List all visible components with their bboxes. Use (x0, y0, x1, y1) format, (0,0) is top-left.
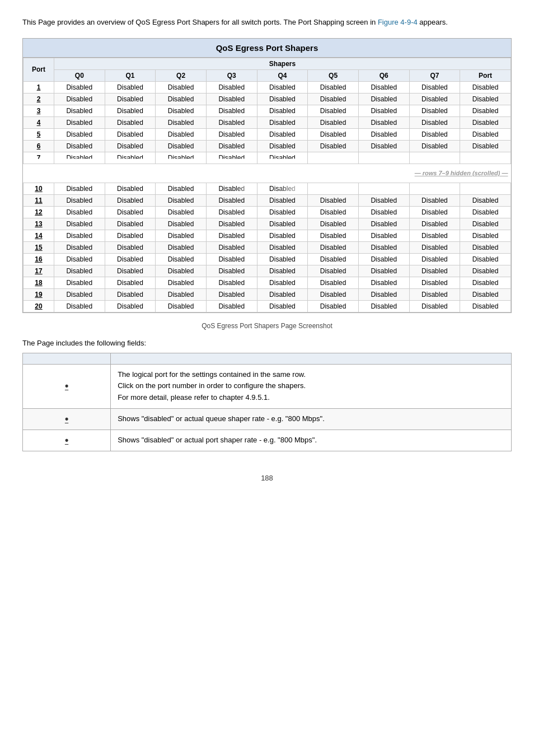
field-row: •Shows "disabled" or actual port shaper … (23, 430, 512, 451)
table-row: 15DisabledDisabledDisabledDisabledDisabl… (24, 241, 511, 253)
port-cell[interactable]: 19 (24, 288, 54, 300)
table-row: 2DisabledDisabledDisabledDisabledDisable… (24, 93, 511, 105)
shaper-cell: Disabled (105, 277, 156, 288)
port-cell[interactable]: 4 (24, 116, 54, 128)
shaper-cell: Disabled (257, 253, 308, 265)
shaper-cell: Disabled (257, 93, 308, 105)
shaper-cell: Disabled (257, 183, 308, 194)
port-cell[interactable]: 16 (24, 253, 54, 265)
field-bullet: • (23, 430, 111, 451)
shaper-cell: Disabled (105, 81, 156, 93)
port-cell[interactable]: 17 (24, 265, 54, 277)
shaper-cell: Disabled (54, 93, 105, 105)
table-body-bottom: 10DisabledDisabledDisabledDisabledDisabl… (24, 183, 511, 312)
figure-link[interactable]: Figure 4-9-4 (378, 18, 418, 26)
shaper-cell: Disabled (308, 277, 359, 288)
shaper-cell: Disabled (54, 206, 105, 218)
shaper-cell: Disabled (358, 206, 409, 218)
shaper-cell: Disabled (156, 241, 207, 253)
shaper-cell: Disabled (54, 116, 105, 128)
table-row: 11DisabledDisabledDisabledDisabledDisabl… (24, 194, 511, 206)
shaper-cell: Disabled (257, 230, 308, 241)
port-cell[interactable]: 11 (24, 194, 54, 206)
shaper-cell: Disabled (308, 288, 359, 300)
shaper-cell: Disabled (358, 194, 409, 206)
shaper-cell: Disabled (358, 253, 409, 265)
col-q3: Q3 (206, 69, 257, 81)
shaper-cell: Disabled (409, 253, 460, 265)
port-cell[interactable]: 10 (24, 183, 54, 194)
shaper-cell: Disabled (105, 253, 156, 265)
port-cell[interactable]: 5 (24, 128, 54, 140)
port-cell[interactable]: 13 (24, 218, 54, 230)
shaper-cell: Disabled (460, 194, 511, 206)
shaper-cell: Disabled (206, 183, 257, 194)
table-gap: — rows 7–9 hidden (scrolled) — (24, 164, 511, 183)
shaper-cell: Disabled (54, 230, 105, 241)
shaper-cell: Disabled (358, 218, 409, 230)
shaper-cell: Disabled (105, 93, 156, 105)
field-row: •The logical port for the settings conta… (23, 364, 512, 408)
shaper-cell: Disabled (257, 265, 308, 277)
shaper-cell: Disabled (156, 253, 207, 265)
shaper-cell: Disabled (105, 206, 156, 218)
shaper-cell: Disabled (257, 277, 308, 288)
shaper-cell: Disabled (105, 230, 156, 241)
shaper-cell: Disabled (156, 277, 207, 288)
shaper-cell: Disabled (409, 105, 460, 116)
shaper-cell: Disabled (257, 241, 308, 253)
port-cell[interactable]: 12 (24, 206, 54, 218)
shaper-cell: Disabled (156, 218, 207, 230)
shaper-cell: Disabled (206, 277, 257, 288)
fields-table: •The logical port for the settings conta… (22, 353, 512, 451)
shaper-cell: Disabled (358, 116, 409, 128)
col-q6: Q6 (358, 69, 409, 81)
shaper-cell: Disabled (105, 105, 156, 116)
shaper-cell: Disabled (257, 105, 308, 116)
shaper-cell: Disabled (460, 206, 511, 218)
port-cell[interactable]: 18 (24, 277, 54, 288)
shaper-cell: Disabled (460, 300, 511, 312)
shaper-cell: Disabled (409, 300, 460, 312)
gap-row2 (24, 178, 511, 183)
port-cell[interactable]: 3 (24, 105, 54, 116)
shaper-cell: Disabled (308, 194, 359, 206)
port-cell[interactable]: 1 (24, 81, 54, 93)
port-cell[interactable]: 14 (24, 230, 54, 241)
shaper-cell: Disabled (156, 206, 207, 218)
port-cell[interactable]: 20 (24, 300, 54, 312)
table-row: 16DisabledDisabledDisabledDisabledDisabl… (24, 253, 511, 265)
shaper-cell: Disabled (358, 81, 409, 93)
shaper-cell: Disabled (206, 81, 257, 93)
port-cell[interactable]: 2 (24, 93, 54, 105)
shaper-cell: Disabled (460, 241, 511, 253)
group-header-row: Port Shapers (24, 58, 511, 69)
qos-table: Port Shapers Q0 Q1 Q2 Q3 Q4 Q5 Q6 Q7 Por… (23, 58, 511, 312)
shaper-cell: Disabled (257, 128, 308, 140)
shaper-cell: Disabled (54, 140, 105, 152)
shaper-cell: Disabled (257, 300, 308, 312)
field-description: The logical port for the settings contai… (111, 364, 512, 408)
field-bullet: • (23, 364, 111, 408)
shaper-cell: Disabled (54, 183, 105, 194)
port-cell[interactable]: 15 (24, 241, 54, 253)
shaper-cell: Disabled (54, 241, 105, 253)
shaper-cell (460, 183, 511, 194)
shaper-cell: Disabled (358, 105, 409, 116)
col-port: Port (460, 69, 511, 81)
shaper-cell: Disabled (409, 128, 460, 140)
intro-text1: This Page provides an overview of QoS Eg… (22, 18, 378, 26)
shaper-cell: Disabled (409, 206, 460, 218)
shaper-cell: Disabled (206, 140, 257, 152)
shaper-cell: Disabled (358, 241, 409, 253)
shaper-cell: Disabled (308, 241, 359, 253)
shaper-cell: Disabled (257, 81, 308, 93)
shaper-cell: Disabled (105, 300, 156, 312)
shaper-cell: Disabled (308, 93, 359, 105)
shaper-cell (409, 183, 460, 194)
port-cell[interactable]: 6 (24, 140, 54, 152)
shaper-cell: Disabled (460, 93, 511, 105)
table-row: 13DisabledDisabledDisabledDisabledDisabl… (24, 218, 511, 230)
shaper-cell: Disabled (206, 265, 257, 277)
fields-header-col2 (111, 353, 512, 364)
